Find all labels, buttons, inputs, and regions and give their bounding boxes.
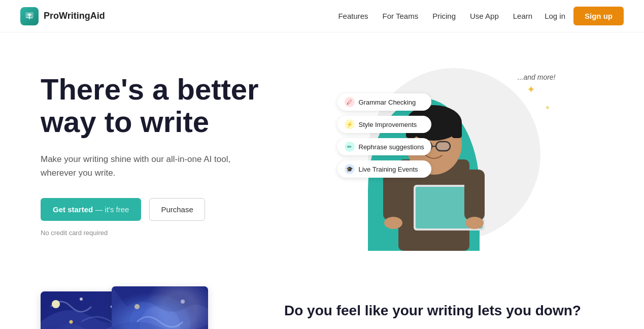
svg-point-28 (181, 300, 185, 304)
pill-style: ⚡ Style Improvements (337, 116, 431, 133)
svg-rect-24 (112, 286, 208, 329)
hero-title: There's a better way to write (41, 73, 315, 138)
pill-rephrase: ✏ Rephrase suggestions (337, 138, 431, 155)
pill-grammar: 🖊 Grammar Checking (337, 93, 431, 111)
sparkle-small-icon: ✦ (545, 104, 551, 112)
hero-subtitle: Make your writing shine with our all-in-… (41, 152, 233, 180)
hero-buttons: Get started — it's free Purchase (41, 198, 315, 221)
svg-point-25 (129, 295, 190, 329)
svg-point-15 (465, 217, 484, 229)
svg-point-27 (134, 304, 140, 309)
rephrase-icon: ✏ (345, 142, 355, 152)
section2-title: Do you feel like your writing lets you d… (284, 302, 603, 320)
svg-point-17 (80, 298, 83, 301)
nav-for-teams[interactable]: For Teams (383, 12, 419, 20)
brand-name: ProWritingAid (44, 11, 105, 21)
logo-icon (20, 7, 39, 25)
style-icon: ⚡ (345, 119, 355, 129)
section2-right: Do you feel like your writing lets you d… (284, 286, 603, 329)
more-text: ...and more! (518, 73, 556, 81)
sparkle-icon: ✦ (527, 83, 535, 95)
navbar: ProWritingAid Features For Teams Pricing… (0, 0, 644, 32)
training-icon: 🎓 (345, 164, 355, 174)
illustration-wrapper: ...and more! 🖊 Grammar Checking ⚡ Style … (353, 63, 566, 251)
section2-images: My idea in my head (41, 286, 244, 329)
nav-features[interactable]: Features (338, 12, 368, 20)
svg-point-16 (52, 300, 60, 308)
no-credit-text: No credit card required (41, 229, 315, 237)
pill-grammar-label: Grammar Checking (359, 98, 416, 106)
svg-point-14 (384, 217, 402, 229)
nav-learn[interactable]: Learn (513, 12, 532, 20)
login-button[interactable]: Log in (545, 12, 565, 20)
hero-section: There's a better way to write Make your … (0, 32, 644, 276)
brand-logo[interactable]: ProWritingAid (20, 7, 105, 25)
svg-rect-13 (464, 170, 485, 220)
svg-rect-8 (436, 142, 450, 151)
pill-style-label: Style Improvements (359, 121, 417, 128)
grammar-icon: 🖊 (345, 97, 355, 107)
section2: My idea in my head Do you feel like your… (0, 276, 644, 329)
svg-point-26 (140, 306, 180, 329)
painting-card-front (112, 286, 208, 329)
signup-button[interactable]: Sign up (573, 7, 624, 25)
purchase-button[interactable]: Purchase (149, 198, 205, 221)
svg-rect-6 (452, 123, 462, 138)
hero-illustration: ...and more! 🖊 Grammar Checking ⚡ Style … (315, 63, 603, 256)
feature-pills: 🖊 Grammar Checking ⚡ Style Improvements … (337, 93, 431, 178)
pill-training: 🎓 Live Training Events (337, 160, 431, 178)
pill-rephrase-label: Rephrase suggestions (359, 143, 424, 151)
nav-links: Features For Teams Pricing Use App Learn (338, 12, 532, 21)
hero-left: There's a better way to write Make your … (41, 63, 315, 237)
nav-pricing[interactable]: Pricing (432, 12, 456, 20)
painting-cards: My idea in my head (41, 286, 233, 329)
nav-use-app[interactable]: Use App (470, 12, 499, 20)
pill-training-label: Live Training Events (359, 166, 418, 173)
get-started-button[interactable]: Get started — it's free (41, 198, 141, 221)
